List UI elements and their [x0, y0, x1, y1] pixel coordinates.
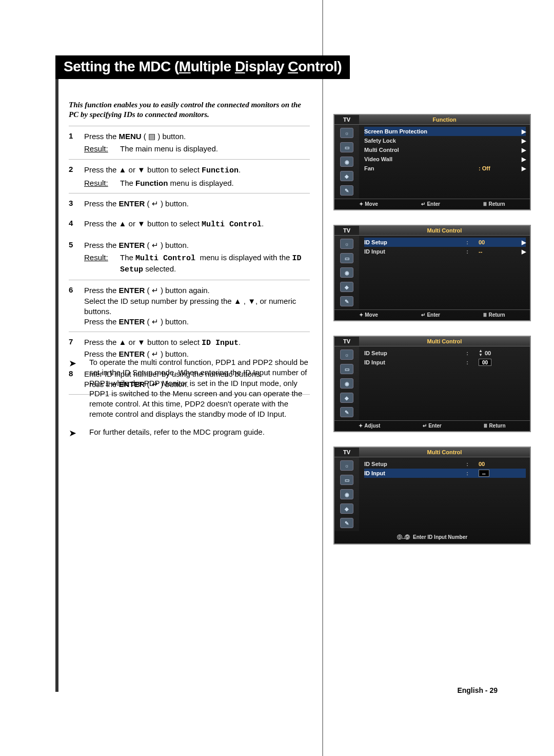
- osd-cat-icon: ✎: [340, 407, 353, 417]
- step-text: Press the ▲ or ▼ button to select ID Inp…: [84, 337, 310, 359]
- osd-menu-item: ID Input:--▶: [364, 247, 526, 256]
- osd-function-menu: TV Function ☼ ▭ ◉ ◆ ✎ Screen Burn Protec…: [333, 114, 531, 210]
- osd-item-label: ID Setup: [364, 239, 456, 245]
- osd-item-label: ID Setup: [364, 350, 456, 356]
- step-row: 5 Press the ENTER ( ↵ ) button.Result:Th…: [69, 235, 310, 280]
- osd-value: : Off: [479, 165, 517, 171]
- note-text: To operate the multi control function, P…: [89, 357, 310, 420]
- return-icon: Ⅲ: [484, 423, 487, 429]
- osd-source-label: TV: [334, 448, 359, 457]
- result-label: Result:: [84, 178, 120, 188]
- osd-value: 00: [485, 350, 491, 356]
- result-body: The main menu is displayed.: [120, 144, 310, 154]
- page-title: Setting the MDC (Multiple Display Contro…: [55, 55, 350, 79]
- osd-cat-icon: ☼: [340, 350, 353, 360]
- left-margin-rule: [55, 55, 58, 692]
- note-text: For further details, refer to the MDC pr…: [89, 427, 310, 439]
- osd-item-label: Fan: [364, 165, 479, 171]
- step-number: 7: [69, 337, 84, 359]
- note-arrow-icon: ➤: [69, 357, 89, 420]
- osd-menu-item: Screen Burn Protection▶: [364, 127, 526, 136]
- osd-menu-item: Safety Lock▶: [364, 136, 526, 145]
- osd-source-label: TV: [334, 226, 359, 235]
- step-number: 1: [69, 131, 84, 154]
- result-body: The Multi Control menu is displayed with…: [120, 253, 310, 276]
- osd-category-icons: ☼ ▭ ◉ ◆ ✎: [334, 457, 359, 531]
- step-row: 2 Press the ▲ or ▼ button to select Func…: [69, 159, 310, 193]
- notes-block: ➤To operate the multi control function, …: [69, 357, 310, 447]
- osd-cat-icon: ◆: [340, 393, 353, 403]
- osd-header: TV Multi Control: [334, 337, 530, 346]
- osd-header: TV Multi Control: [334, 226, 530, 236]
- step-text: Press the ▲ or ▼ button to select Functi…: [84, 165, 310, 189]
- steps-list: 1 Press the MENU ( ▤ ) button.Result:The…: [69, 126, 310, 395]
- enter-icon: ↵: [421, 312, 425, 318]
- osd-cat-icon: ▭: [340, 142, 353, 152]
- chevron-right-icon: ▶: [517, 128, 526, 135]
- step-number: 3: [69, 199, 84, 209]
- osd-menu-item: Multi Control▶: [364, 145, 526, 154]
- osd-cat-icon: ✎: [340, 185, 353, 196]
- result-label: Result:: [84, 253, 120, 276]
- osd-cat-icon: ✎: [340, 518, 353, 528]
- osd-footer: ✦ Adjust ↵ Enter Ⅲ Return: [334, 420, 530, 430]
- enter-icon: ↵: [423, 423, 427, 429]
- osd-menu-item: Fan: Off▶: [364, 164, 526, 173]
- updown-icon: ✦: [359, 312, 363, 318]
- osd-source-label: TV: [334, 115, 359, 124]
- step-text: Press the ENTER ( ↵ ) button again.Selec…: [84, 285, 310, 327]
- osd-menu-item: ID Input:00: [364, 358, 526, 367]
- chevron-right-icon: ▶: [517, 147, 526, 153]
- osd-menu-item: ID Setup:00▶: [364, 238, 526, 247]
- spinner-icon: ▲▼: [479, 349, 483, 357]
- step-number: 4: [69, 219, 84, 230]
- osd-item-label: ID Input: [364, 470, 456, 476]
- osd-boxed-value: 00: [479, 359, 491, 366]
- note-arrow-icon: ➤: [69, 427, 89, 439]
- numeric-icon: ⓪..⑨: [397, 534, 410, 540]
- osd-item-label: Video Wall: [364, 156, 517, 162]
- step-text: Press the ▲ or ▼ button to select Multi …: [84, 219, 310, 230]
- osd-source-label: TV: [334, 337, 359, 346]
- osd-cat-icon: ◉: [340, 267, 353, 278]
- osd-cat-icon: ◆: [340, 171, 353, 181]
- osd-menu-item: ID Input:--: [364, 469, 526, 478]
- chevron-right-icon: ▶: [517, 248, 526, 255]
- step-text: Press the ENTER ( ↵ ) button.Result:The …: [84, 240, 310, 276]
- osd-item-label: Screen Burn Protection: [364, 128, 517, 134]
- updown-icon: ✦: [359, 201, 363, 207]
- step-row: 3 Press the ENTER ( ↵ ) button.: [69, 193, 310, 214]
- osd-item-label: ID Input: [364, 248, 456, 255]
- osd-category-icons: ☼ ▭ ◉ ◆ ✎: [334, 236, 359, 309]
- osd-title: Multi Control: [359, 337, 530, 346]
- osd-cat-icon: ◆: [340, 503, 353, 514]
- osd-item-label: Multi Control: [364, 147, 517, 153]
- osd-header: TV Function: [334, 115, 530, 125]
- osd-cat-icon: ☼: [340, 460, 353, 471]
- chevron-right-icon: ▶: [517, 165, 526, 172]
- chevron-right-icon: ▶: [517, 138, 526, 144]
- osd-footer: ⓪..⑨ Enter ID Input Number: [334, 531, 530, 542]
- vertical-divider: [322, 0, 323, 756]
- osd-screenshots: TV Function ☼ ▭ ◉ ◆ ✎ Screen Burn Protec…: [333, 114, 531, 559]
- osd-cat-icon: ☼: [340, 239, 353, 249]
- osd-cat-icon: ✎: [340, 296, 353, 306]
- step-number: 2: [69, 165, 84, 189]
- osd-rows: ID Setup:▲▼00ID Input:00: [359, 346, 530, 420]
- osd-footer: ✦ Move ↵ Enter Ⅲ Return: [334, 309, 530, 319]
- step-number: 5: [69, 240, 84, 276]
- osd-multi-control-adjust: TV Multi Control ☼ ▭ ◉ ◆ ✎ ID Setup:▲▼00…: [333, 336, 531, 432]
- osd-cat-icon: ◉: [340, 489, 353, 499]
- step-number: 6: [69, 285, 84, 327]
- osd-item-label: ID Setup: [364, 461, 456, 467]
- enter-icon: ↵: [421, 201, 425, 207]
- osd-rows: ID Setup:00▶ID Input:--▶: [359, 236, 530, 309]
- osd-cat-icon: ▭: [340, 253, 353, 263]
- note-row: ➤To operate the multi control function, …: [69, 357, 310, 420]
- osd-header: TV Multi Control: [334, 448, 530, 457]
- osd-menu-item: ID Setup:00: [364, 459, 526, 469]
- intro-paragraph: This function enables you to easily cont…: [69, 100, 310, 120]
- osd-cat-icon: ◆: [340, 282, 353, 292]
- return-icon: Ⅲ: [483, 312, 487, 318]
- osd-value: --: [479, 248, 517, 255]
